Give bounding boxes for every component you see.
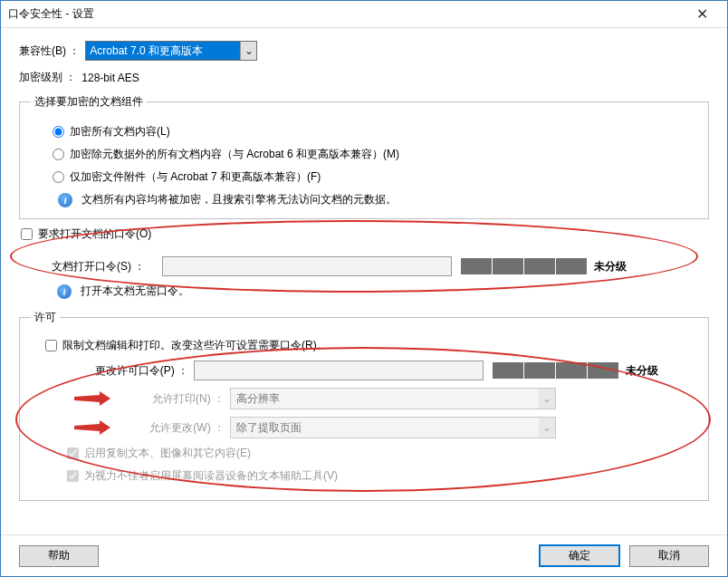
allow-print-select: 高分辨率 ⌄ [230, 388, 556, 409]
restrict-label: 限制文档编辑和打印。改变这些许可设置需要口令(R)。 [62, 338, 328, 353]
svg-marker-1 [74, 420, 110, 435]
radio-encrypt-all-input[interactable] [53, 126, 64, 138]
arrow-annotation-icon [74, 420, 110, 435]
radio-encrypt-attachments[interactable]: 仅加密文件附件（与 Acrobat 7 和更高版本兼容）(F) [53, 169, 697, 185]
chevron-down-icon: ⌄ [240, 42, 256, 60]
close-icon[interactable]: ✕ [684, 2, 720, 27]
allow-print-label: 允许打印(N) ： [121, 391, 230, 407]
restrict-check[interactable]: 限制文档编辑和打印。改变这些许可设置需要口令(R)。 [45, 338, 697, 353]
open-pw-rating: 未分级 [594, 259, 627, 274]
enable-copy-check: 启用复制文本、图像和其它内容(E) [67, 446, 697, 461]
radio-encrypt-all[interactable]: 加密所有文档内容(L) [53, 124, 697, 139]
radio-encrypt-no-meta-input[interactable] [53, 149, 64, 160]
enable-reader-check: 为视力不佳者启用屏幕阅读器设备的文本辅助工具(V) [67, 468, 697, 484]
radio-encrypt-attachments-label: 仅加密文件附件（与 Acrobat 7 和更高版本兼容）(F) [70, 169, 321, 185]
compat-label: 兼容性(B) ： [19, 43, 80, 59]
radio-encrypt-no-meta[interactable]: 加密除元数据外的所有文档内容（与 Acrobat 6 和更高版本兼容）(M) [53, 147, 697, 162]
enable-reader-label: 为视力不佳者启用屏幕阅读器设备的文本辅助工具(V) [84, 468, 338, 484]
permissions-legend: 许可 [31, 310, 60, 325]
open-pw-strength-bars [461, 258, 587, 274]
radio-encrypt-all-label: 加密所有文档内容(L) [70, 124, 170, 139]
chevron-down-icon: ⌄ [539, 418, 555, 438]
radio-encrypt-attachments-input[interactable] [53, 171, 64, 183]
allow-print-value: 高分辨率 [236, 391, 280, 407]
require-open-pw-check[interactable]: 要求打开文档的口令(O) [21, 226, 709, 242]
help-button[interactable]: 帮助 [19, 545, 99, 567]
radio-encrypt-no-meta-label: 加密除元数据外的所有文档内容（与 Acrobat 6 和更高版本兼容）(M) [70, 147, 399, 162]
enc-level-label: 加密级别 ： [19, 70, 76, 85]
enable-reader-checkbox [67, 470, 79, 482]
ok-button[interactable]: 确定 [539, 544, 620, 567]
restrict-checkbox[interactable] [45, 340, 57, 351]
open-pw-info: 打开本文档无需口令。 [81, 284, 189, 299]
arrow-annotation-icon [74, 391, 110, 406]
permissions-group: 许可 限制文档编辑和打印。改变这些许可设置需要口令(R)。 更改许可口令(P) … [19, 310, 709, 501]
enc-level-value: 128-bit AES [81, 72, 139, 84]
require-open-pw-checkbox[interactable] [21, 228, 33, 240]
components-legend: 选择要加密的文档组件 [31, 94, 147, 110]
allow-change-label: 允许更改(W) ： [121, 420, 230, 436]
svg-marker-0 [74, 391, 110, 406]
change-pw-strength-bars [493, 362, 618, 379]
compatibility-selected: Acrobat 7.0 和更高版本 [90, 43, 253, 59]
components-info: 文档所有内容均将被加密，且搜索引擎将无法访问文档的元数据。 [81, 192, 397, 207]
change-pw-rating: 未分级 [626, 363, 658, 379]
window-title: 口令安全性 - 设置 [8, 6, 684, 22]
open-pw-label: 文档打开口令(S) ： [52, 259, 162, 274]
allow-change-value: 除了提取页面 [236, 420, 302, 436]
info-icon: i [58, 193, 72, 207]
compatibility-select[interactable]: Acrobat 7.0 和更高版本 ⌄ [85, 41, 257, 61]
change-pw-label: 更改许可口令(P) ： [85, 363, 194, 379]
allow-change-select: 除了提取页面 ⌄ [230, 417, 556, 438]
enable-copy-checkbox [67, 447, 79, 459]
enable-copy-label: 启用复制文本、图像和其它内容(E) [84, 446, 251, 461]
cancel-button[interactable]: 取消 [629, 545, 709, 567]
info-icon: i [57, 284, 72, 299]
open-pw-input [162, 256, 452, 276]
components-group: 选择要加密的文档组件 加密所有文档内容(L) 加密除元数据外的所有文档内容（与 … [19, 94, 709, 219]
change-pw-input [194, 361, 484, 380]
require-open-pw-label: 要求打开文档的口令(O) [38, 226, 151, 242]
chevron-down-icon: ⌄ [539, 389, 555, 409]
